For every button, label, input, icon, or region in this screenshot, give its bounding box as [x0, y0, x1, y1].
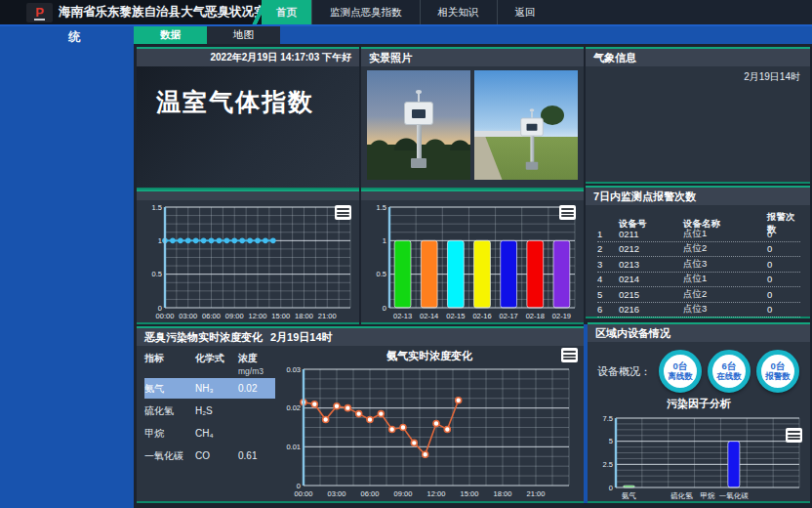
- photos-panel-title: 实景照片: [361, 49, 584, 66]
- dashboard-page: P 海南省乐东黎族自治县大气恶臭状况实时发布系 首页监测点恶臭指数相关知识返回 …: [0, 0, 812, 508]
- greenhouse-chart-panel: 00.511.500:0003:0006:0009:0012:0015:0018…: [137, 190, 359, 324]
- site-photo-field: [474, 70, 578, 180]
- devices-panel-title: 区域内设备情况: [588, 324, 810, 342]
- stat-circle-离线数: 0台离线数: [659, 350, 702, 393]
- stat-circle-报警数: 0台报警数: [756, 350, 799, 393]
- device-overview-label: 设备概况：: [597, 364, 651, 379]
- svg-text:02-13: 02-13: [393, 312, 412, 320]
- odor-table-row[interactable]: 甲烷CH₄: [144, 423, 275, 444]
- svg-text:02-18: 02-18: [526, 312, 545, 320]
- svg-text:0: 0: [609, 484, 613, 492]
- svg-text:02-17: 02-17: [500, 312, 518, 320]
- weather-timestamp: 2月19日14时: [586, 66, 810, 88]
- topbar: P 海南省乐东黎族自治县大气恶臭状况实时发布系 首页监测点恶臭指数相关知识返回: [0, 0, 812, 26]
- photos-panel: 实景照片: [361, 47, 584, 190]
- svg-text:2.5: 2.5: [603, 460, 613, 469]
- pollution-factors-chart: 02.557.5氨气硫化氢甲烷一氧化碳: [589, 412, 806, 500]
- chart-menu-icon[interactable]: [561, 348, 578, 362]
- title-overflow-text: 统: [68, 29, 81, 46]
- odor-table-row[interactable]: 一氧化碳CO0.61: [144, 445, 275, 466]
- device-stats: 0台离线数6台在线数0台报警数: [659, 350, 799, 393]
- site-photo-sunset: [367, 70, 470, 180]
- svg-text:1: 1: [383, 236, 386, 245]
- alarm-table: 设备号 设备名称 报警次数 10211点位1020212点位2030213点位3…: [586, 205, 810, 318]
- svg-text:02-19: 02-19: [552, 312, 571, 320]
- svg-text:7.5: 7.5: [603, 414, 613, 423]
- page-title: 温室气体指数: [137, 66, 359, 118]
- odor-table-row[interactable]: 氨气NH₃0.02: [144, 378, 275, 399]
- chart-menu-icon[interactable]: [335, 205, 351, 220]
- weather-panel-title: 气象信息: [586, 49, 810, 66]
- tab-2[interactable]: 地图: [207, 26, 280, 44]
- stat-circle-在线数: 6台在线数: [708, 350, 751, 393]
- svg-text:硫化氢: 硫化氢: [670, 491, 693, 500]
- datetime-text: 2022年2月19日 14:17:03 下午好: [137, 49, 359, 66]
- ammonia-trend-chart: 00.010.020.0300:0003:0006:0009:0012:0015…: [277, 363, 576, 498]
- svg-text:12:00: 12:00: [249, 312, 267, 320]
- nav-item-2[interactable]: 监测点恶臭指数: [311, 0, 420, 24]
- nav-item-3[interactable]: 相关知识: [420, 0, 497, 24]
- chart-menu-icon[interactable]: [786, 428, 802, 443]
- svg-text:1.5: 1.5: [152, 203, 162, 212]
- svg-text:18:00: 18:00: [494, 489, 512, 498]
- odor-panel-title: 恶臭污染物实时浓度变化: [144, 330, 263, 345]
- svg-text:5: 5: [609, 437, 613, 445]
- svg-text:00:00: 00:00: [156, 312, 175, 320]
- svg-text:1: 1: [158, 236, 162, 245]
- ammonia-chart-title: 氨气实时浓度变化: [275, 348, 584, 363]
- svg-text:00:00: 00:00: [295, 489, 313, 498]
- alarm-table-panel: 7日内监测点报警次数 设备号 设备名称 报警次数 10211点位1020212点…: [586, 186, 810, 318]
- tab-1[interactable]: 数据: [134, 26, 207, 44]
- app-logo-icon: P: [26, 3, 53, 22]
- svg-text:21:00: 21:00: [527, 489, 546, 498]
- alarm-table-row: 30213点位30: [597, 257, 800, 273]
- svg-text:12:00: 12:00: [427, 489, 446, 498]
- odor-table-body: 氨气NH₃0.02硫化氢H₂S甲烷CH₄一氧化碳CO0.61: [144, 378, 275, 466]
- svg-text:03:00: 03:00: [179, 312, 197, 320]
- nav-menu: 首页监测点恶臭指数相关知识返回: [262, 0, 812, 24]
- view-tabs: 数据地图: [134, 26, 280, 44]
- weather-panel: 气象信息 2月19日14时: [586, 47, 810, 184]
- chart-menu-icon[interactable]: [559, 205, 576, 220]
- daily-bar-chart-panel: 00.511.502-1302-1402-1502-1602-1702-1802…: [361, 190, 584, 324]
- greenhouse-index-chart: 00.511.500:0003:0006:0009:0012:0015:0018…: [139, 201, 357, 320]
- odor-table-row[interactable]: 硫化氢H₂S: [144, 401, 275, 421]
- odor-panel: 恶臭污染物实时浓度变化 2月19日14时 指标 化学式 浓度 mg/m3 氨气N…: [137, 326, 584, 503]
- svg-text:02-15: 02-15: [446, 312, 465, 320]
- odor-col-concentration: 浓度: [238, 353, 258, 363]
- svg-text:15:00: 15:00: [461, 489, 479, 498]
- alarm-table-row: 20212点位20: [597, 242, 800, 258]
- svg-text:09:00: 09:00: [225, 312, 244, 320]
- greeting-panel: 2022年2月19日 14:17:03 下午好 温室气体指数: [137, 47, 359, 190]
- odor-table: 指标 化学式 浓度 mg/m3 氨气NH₃0.02硫化氢H₂S甲烷CH₄一氧化碳…: [137, 346, 275, 499]
- devices-panel: 区域内设备情况 设备概况： 0台离线数6台在线数0台报警数 污染因子分析 02.…: [588, 322, 810, 503]
- sidebar: 统: [0, 26, 134, 508]
- svg-text:06:00: 06:00: [361, 489, 380, 498]
- alarm-panel-title: 7日内监测点报警次数: [586, 188, 810, 205]
- svg-text:21:00: 21:00: [318, 312, 337, 320]
- svg-text:氨气: 氨气: [622, 491, 636, 500]
- alarm-table-row: 40214点位10: [597, 273, 800, 288]
- daily-index-chart: 00.511.502-1302-1402-1502-1602-1702-1802…: [363, 201, 582, 320]
- svg-text:06:00: 06:00: [202, 312, 221, 320]
- svg-text:1.5: 1.5: [377, 203, 386, 212]
- svg-text:一氧化碳: 一氧化碳: [719, 491, 750, 500]
- svg-text:0.5: 0.5: [377, 270, 386, 278]
- svg-text:15:00: 15:00: [271, 312, 290, 320]
- odor-timestamp: 2月19日14时: [270, 330, 333, 345]
- odor-col-indicator: 指标: [144, 352, 195, 376]
- alarm-table-row: 10211点位10: [597, 227, 800, 242]
- odor-unit: mg/m3: [238, 366, 264, 376]
- svg-text:09:00: 09:00: [394, 489, 413, 498]
- svg-text:甲烷: 甲烷: [701, 491, 716, 500]
- alarm-table-row: 60216点位30: [597, 303, 800, 318]
- svg-text:0.5: 0.5: [152, 270, 162, 278]
- alarm-table-body: 10211点位1020212点位2030213点位3040214点位105021…: [597, 227, 800, 318]
- monitoring-device-graphic: [521, 111, 544, 169]
- odor-col-formula: 化学式: [195, 352, 238, 376]
- monitoring-device-graphic: [404, 94, 433, 168]
- nav-item-1[interactable]: 首页: [262, 0, 311, 24]
- nav-item-4[interactable]: 返回: [497, 0, 553, 24]
- alarm-table-row: 50215点位20: [597, 287, 800, 303]
- svg-text:18:00: 18:00: [295, 312, 313, 320]
